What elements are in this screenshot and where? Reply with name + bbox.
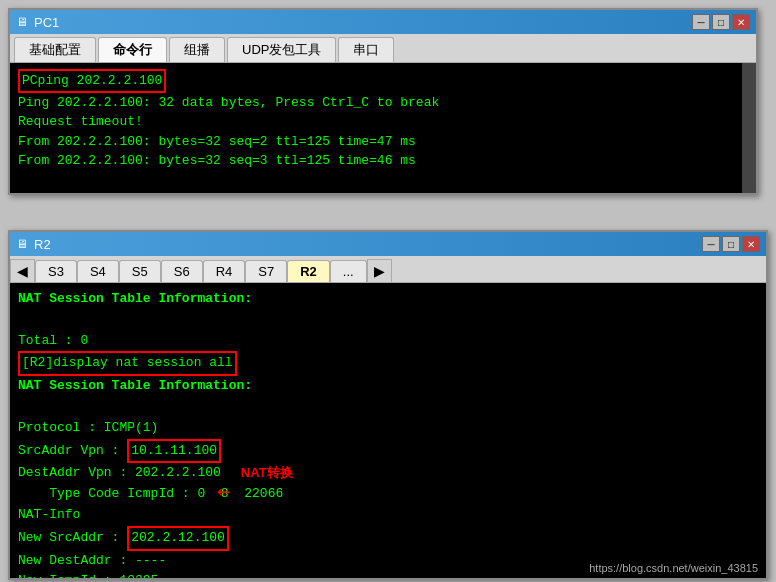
r2-title-left: 🖥 R2 bbox=[16, 237, 51, 252]
pc1-terminal-line-2: Request timeout! bbox=[18, 112, 748, 132]
close-button[interactable]: ✕ bbox=[732, 14, 750, 30]
r2-line-protocol: Protocol : ICMP(1) bbox=[18, 418, 758, 439]
r2-close-button[interactable]: ✕ bbox=[742, 236, 760, 252]
tab-serial[interactable]: 串口 bbox=[338, 37, 394, 62]
pc1-terminal-line-3: From 202.2.2.100: bytes=32 seq=2 ttl=125… bbox=[18, 132, 748, 152]
tab-command-line[interactable]: 命令行 bbox=[98, 37, 167, 62]
tab-r4[interactable]: R4 bbox=[203, 260, 246, 282]
r2-line-typecode: Type Code IcmpId : 0 8 22066 ↙ bbox=[18, 484, 758, 505]
pc1-controls[interactable]: ─ □ ✕ bbox=[692, 14, 750, 30]
watermark: https://blog.csdn.net/weixin_43815 bbox=[589, 562, 758, 574]
tab-s5[interactable]: S5 bbox=[119, 260, 161, 282]
tab-s7[interactable]: S7 bbox=[245, 260, 287, 282]
nat-label: NAT转换 bbox=[241, 463, 293, 484]
pc1-icon: 🖥 bbox=[16, 15, 28, 29]
pc1-tabs: 基础配置 命令行 组播 UDP发包工具 串口 bbox=[10, 34, 756, 63]
r2-line-srcaddr: SrcAddr Vpn : 10.1.11.100 bbox=[18, 439, 221, 464]
r2-maximize-button[interactable]: □ bbox=[722, 236, 740, 252]
tab-s4[interactable]: S4 bbox=[77, 260, 119, 282]
r2-titlebar: 🖥 R2 ─ □ ✕ bbox=[10, 232, 766, 256]
tab-more[interactable]: ... bbox=[330, 260, 367, 282]
pc1-terminal: PCping 202.2.2.100 Ping 202.2.2.100: 32 … bbox=[10, 63, 756, 193]
r2-icon: 🖥 bbox=[16, 237, 28, 251]
r2-line-newsrcaddr: New SrcAddr : 202.2.12.100 bbox=[18, 526, 758, 551]
pc1-scrollbar[interactable] bbox=[742, 63, 756, 193]
pc1-command-highlight: PCping 202.2.2.100 bbox=[18, 69, 166, 93]
r2-terminal: NAT Session Table Information: Total : 0… bbox=[10, 283, 766, 578]
srcaddr-highlight: 10.1.11.100 bbox=[127, 439, 221, 464]
tab-udp-tool[interactable]: UDP发包工具 bbox=[227, 37, 336, 62]
r2-line-nat-title-1: NAT Session Table Information: bbox=[18, 289, 758, 310]
tab-s6[interactable]: S6 bbox=[161, 260, 203, 282]
minimize-button[interactable]: ─ bbox=[692, 14, 710, 30]
newsrcaddr-highlight: 202.2.12.100 bbox=[127, 526, 229, 551]
tab-s3[interactable]: S3 bbox=[35, 260, 77, 282]
r2-command-highlight: [R2]display nat session all bbox=[18, 351, 237, 376]
r2-line-command: [R2]display nat session all bbox=[18, 351, 758, 376]
maximize-button[interactable]: □ bbox=[712, 14, 730, 30]
pc1-title-left: 🖥 PC1 bbox=[16, 15, 59, 30]
tab-multicast[interactable]: 组播 bbox=[169, 37, 225, 62]
tab-left-arrow[interactable]: ◀ bbox=[10, 259, 35, 282]
pc1-terminal-line-4: From 202.2.2.100: bytes=32 seq=3 ttl=125… bbox=[18, 151, 748, 171]
r2-minimize-button[interactable]: ─ bbox=[702, 236, 720, 252]
r2-line-natinfo: NAT-Info bbox=[18, 505, 758, 526]
r2-controls[interactable]: ─ □ ✕ bbox=[702, 236, 760, 252]
r2-tabs: ◀ S3 S4 S5 S6 R4 S7 R2 ... ▶ bbox=[10, 256, 766, 283]
pc1-titlebar: 🖥 PC1 ─ □ ✕ bbox=[10, 10, 756, 34]
r2-line-destaddr: DestAddr Vpn : 202.2.2.100 bbox=[18, 463, 221, 484]
pc1-command-line: PCping 202.2.2.100 bbox=[18, 69, 748, 93]
r2-line-destaddr-row: DestAddr Vpn : 202.2.2.100 NAT转换 bbox=[18, 463, 758, 484]
r2-title-text: R2 bbox=[34, 237, 51, 252]
pc1-window: 🖥 PC1 ─ □ ✕ 基础配置 命令行 组播 UDP发包工具 串口 PCpin… bbox=[8, 8, 758, 195]
r2-line-blank-2 bbox=[18, 397, 758, 418]
tab-r2[interactable]: R2 bbox=[287, 260, 330, 282]
pc1-terminal-line-1: Ping 202.2.2.100: 32 data bytes, Press C… bbox=[18, 93, 748, 113]
pc1-title-text: PC1 bbox=[34, 15, 59, 30]
r2-line-blank-1 bbox=[18, 310, 758, 331]
r2-line-nat-title-2: NAT Session Table Information: bbox=[18, 376, 758, 397]
r2-line-total: Total : 0 bbox=[18, 331, 758, 352]
tab-right-arrow[interactable]: ▶ bbox=[367, 259, 392, 282]
r2-window: 🖥 R2 ─ □ ✕ ◀ S3 S4 S5 S6 R4 S7 R2 ... ▶ … bbox=[8, 230, 768, 580]
tab-basic-config[interactable]: 基础配置 bbox=[14, 37, 96, 62]
r2-line-srcaddr-row: SrcAddr Vpn : 10.1.11.100 bbox=[18, 439, 758, 464]
